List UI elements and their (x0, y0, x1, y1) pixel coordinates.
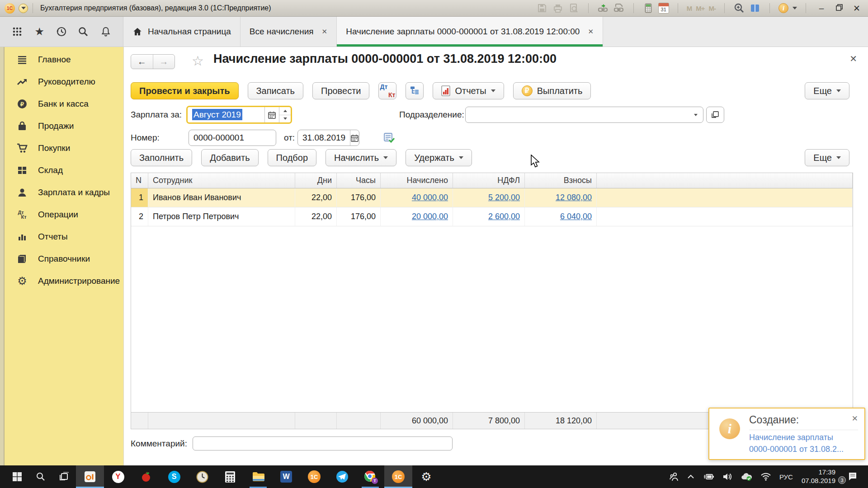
print-icon[interactable] (552, 2, 564, 14)
hours-cell[interactable]: 176,00 (337, 188, 381, 207)
sidebar-item-manager[interactable]: Руководителю (0, 70, 123, 93)
taskbar-app-settings[interactable]: ⚙ (412, 465, 440, 488)
notification-close-icon[interactable]: ✕ (852, 414, 858, 423)
info-caret-icon[interactable] (793, 7, 797, 9)
column-header-ndfl[interactable]: НДФЛ (453, 173, 525, 188)
step-up-icon[interactable] (283, 110, 287, 112)
more-button-table[interactable]: Еще (805, 149, 849, 166)
main-menu-button[interactable] (19, 4, 28, 13)
employee-cell[interactable]: Иванов Иван Иванович (148, 188, 295, 207)
column-header-contributions[interactable]: Взносы (525, 173, 597, 188)
ndfl-link[interactable]: 5 200,00 (488, 193, 520, 202)
history-icon[interactable] (55, 25, 68, 38)
app-logo-1c-icon[interactable]: 1С (5, 3, 15, 14)
split-window-icon[interactable] (749, 2, 761, 14)
taskbar-clock[interactable]: 17:39 07.08.2019 (799, 468, 838, 485)
days-cell[interactable]: 22,00 (295, 207, 337, 226)
sidebar-item-main[interactable]: Главное (0, 48, 123, 70)
contributions-link[interactable]: 12 080,00 (556, 193, 592, 202)
print-preview-icon[interactable] (568, 2, 580, 14)
notification-link-line1[interactable]: Начисление зарплаты (749, 433, 833, 442)
taskbar-app-word[interactable]: W (272, 465, 300, 488)
language-indicator[interactable]: РУС (777, 465, 795, 488)
sidebar-item-bank-cash[interactable]: ₽ Банк и касса (0, 93, 123, 115)
hours-cell[interactable]: 176,00 (337, 207, 381, 226)
search-icon[interactable] (77, 25, 90, 38)
notification-link-line2[interactable]: 0000-000001 от 31.08.2... (749, 445, 844, 454)
tab-home[interactable]: Начальная страница (123, 17, 241, 47)
taskbar-app-skype[interactable]: S (160, 465, 188, 488)
column-header-accrued[interactable]: Начислено (381, 173, 453, 188)
calculator-icon[interactable] (642, 2, 654, 14)
forward-button[interactable]: → (153, 55, 175, 69)
contributions-link[interactable]: 6 040,00 (560, 212, 592, 221)
period-input[interactable]: Август 2019 (186, 106, 292, 124)
post-button[interactable]: Провести (312, 82, 369, 99)
memory-plus-button[interactable]: M+ (696, 5, 704, 12)
accrue-button[interactable]: Начислить (326, 149, 396, 166)
taskbar-app-telegram[interactable] (328, 465, 356, 488)
sidebar-item-administration[interactable]: ⚙ Администрирование (0, 270, 123, 292)
tab-salary-accrual[interactable]: Начисление зарплаты 0000-000001 от 31.08… (337, 17, 603, 47)
number-input[interactable]: 0000-000001 (189, 130, 276, 146)
taskbar-app-1c[interactable]: 1С (300, 465, 328, 488)
action-center-icon[interactable]: 3 (842, 465, 863, 488)
battery-icon[interactable] (700, 465, 717, 488)
ndfl-link[interactable]: 2 600,00 (488, 212, 520, 221)
form-close-icon[interactable]: ✕ (849, 53, 857, 64)
sidebar-item-warehouse[interactable]: Склад (0, 159, 123, 181)
taskbar-app-calculator[interactable] (216, 465, 244, 488)
taskbar-search-icon[interactable] (29, 465, 52, 488)
taskbar-app-media[interactable] (76, 465, 104, 488)
favorite-star-icon[interactable]: ☆ (192, 53, 204, 69)
save-icon[interactable] (536, 2, 548, 14)
debit-credit-button[interactable]: ДтКт (378, 82, 396, 99)
go-to-link-icon[interactable] (613, 2, 625, 14)
days-cell[interactable]: 22,00 (295, 188, 337, 207)
memory-minus-button[interactable]: M- (709, 5, 716, 12)
minimize-button[interactable]: – (815, 3, 828, 13)
table-row[interactable]: 1 Иванов Иван Иванович 22,00 176,00 40 0… (131, 188, 853, 207)
withhold-button[interactable]: Удержать (406, 149, 472, 166)
department-input[interactable] (465, 107, 703, 123)
tab-close-icon[interactable]: ✕ (322, 28, 328, 36)
sidebar-item-purchases[interactable]: Покупки (0, 137, 123, 159)
tray-expand-chevron-icon[interactable] (685, 465, 697, 488)
restore-button[interactable] (832, 3, 846, 13)
more-button-top[interactable]: Еще (805, 82, 849, 99)
sidebar-item-reports[interactable]: Отчеты (0, 225, 123, 248)
step-down-icon[interactable] (283, 117, 287, 120)
taskbar-app-clock[interactable] (188, 465, 216, 488)
start-button[interactable] (5, 465, 29, 488)
pick-button[interactable]: Подбор (268, 149, 316, 166)
employee-cell[interactable]: Петров Петр Петрович (148, 207, 295, 226)
onedrive-cloud-icon[interactable] (738, 465, 755, 488)
back-button[interactable]: ← (131, 55, 153, 69)
close-window-button[interactable]: ✕ (850, 3, 863, 14)
table-empty-area[interactable] (131, 226, 853, 412)
taskbar-app-1c-active[interactable]: 1С (384, 465, 412, 488)
column-header-hours[interactable]: Часы (337, 173, 381, 188)
period-stepper[interactable] (279, 107, 291, 122)
accrued-link[interactable]: 40 000,00 (412, 193, 448, 202)
column-header-n[interactable]: N (131, 173, 148, 188)
column-header-employee[interactable]: Сотрудник (148, 173, 295, 188)
tab-all-accruals[interactable]: Все начисления ✕ (241, 17, 337, 47)
taskbar-app-explorer[interactable] (244, 465, 272, 488)
column-header-days[interactable]: Дни (295, 173, 337, 188)
apps-grid-icon[interactable] (10, 25, 24, 38)
document-structure-button[interactable] (406, 82, 424, 99)
comment-input[interactable] (193, 436, 453, 450)
taskbar-app-apple[interactable] (132, 465, 160, 488)
pay-button[interactable]: ₽ Выплатить (513, 82, 591, 99)
sidebar-item-sales[interactable]: Продажи (0, 115, 123, 137)
sidebar-item-operations[interactable]: ДтКт Операции (0, 203, 123, 225)
accrued-link[interactable]: 20 000,00 (412, 212, 448, 221)
fill-button[interactable]: Заполнить (131, 149, 192, 166)
zoom-icon[interactable] (733, 2, 745, 14)
add-button[interactable]: Добавить (201, 149, 258, 166)
get-link-icon[interactable] (597, 2, 609, 14)
date-input[interactable]: 31.08.2019 (297, 130, 359, 146)
memory-recall-button[interactable]: M (687, 5, 692, 12)
taskbar-app-chrome[interactable]: T (356, 465, 384, 488)
